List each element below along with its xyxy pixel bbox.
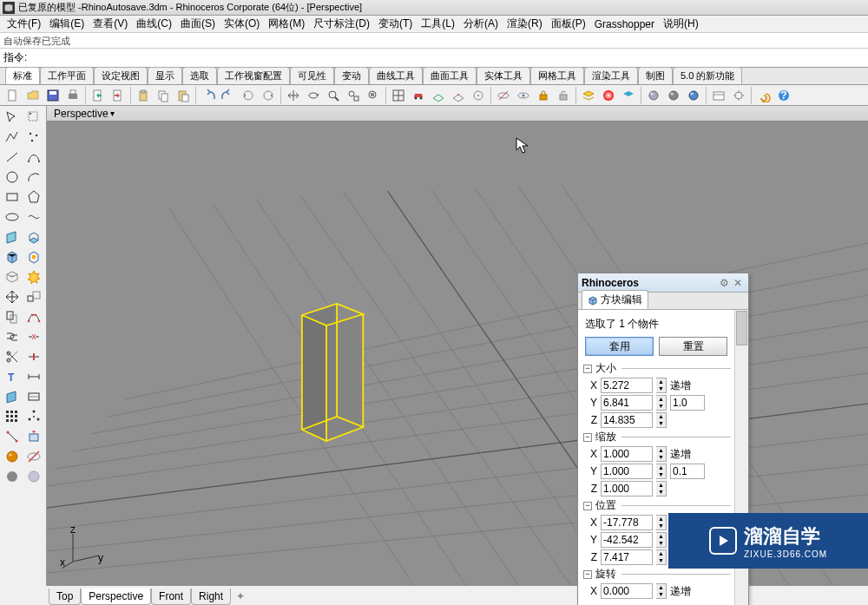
reset-button[interactable]: 重置 [659, 337, 727, 356]
collapse-icon[interactable]: − [583, 502, 592, 510]
material-sphere-icon[interactable] [664, 86, 683, 105]
tab-meshtools[interactable]: 网格工具 [530, 67, 584, 84]
render-sphere-icon[interactable] [684, 86, 703, 105]
tab-transform[interactable]: 变动 [334, 67, 369, 84]
rectangle-icon[interactable] [2, 187, 23, 207]
menu-edit[interactable]: 编辑(E) [46, 16, 88, 32]
viewtab-top[interactable]: Top [49, 589, 81, 605]
select-icon[interactable] [2, 108, 23, 127]
menu-grasshopper[interactable]: Grasshopper [591, 17, 658, 31]
tab-rendertools[interactable]: 渲染工具 [584, 67, 638, 84]
viewtab-perspective[interactable]: Perspective [81, 589, 151, 605]
viewtab-front[interactable]: Front [151, 589, 191, 605]
collapse-icon[interactable]: − [583, 570, 592, 579]
pos-z-input[interactable] [601, 549, 653, 565]
layer-color-icon[interactable] [599, 86, 618, 105]
tab-surftools[interactable]: 曲面工具 [423, 67, 477, 84]
tab-new5[interactable]: 5.0 的新功能 [673, 67, 742, 84]
car-icon[interactable] [409, 86, 428, 105]
tab-standard[interactable]: 标准 [5, 67, 40, 84]
extrude-icon[interactable] [23, 227, 44, 247]
menu-transform[interactable]: 变动(T) [375, 16, 416, 32]
scale-x-input[interactable] [601, 446, 653, 462]
scale-z-input[interactable] [601, 481, 653, 496]
spiral-icon[interactable] [754, 86, 773, 105]
tab-select[interactable]: 选取 [182, 67, 217, 84]
ghosted-icon[interactable] [23, 467, 44, 486]
copy-icon[interactable] [154, 86, 173, 105]
render-preview-icon[interactable] [2, 447, 23, 466]
section-scale[interactable]: −缩放 [583, 430, 731, 444]
split-icon[interactable] [23, 347, 44, 366]
new-icon[interactable] [3, 86, 23, 105]
freeform-icon[interactable] [23, 207, 44, 227]
points-icon[interactable] [23, 128, 44, 147]
make2d-icon[interactable] [23, 387, 44, 406]
text-icon[interactable]: T [2, 367, 23, 386]
named-pos-icon[interactable] [449, 86, 468, 105]
section-size[interactable]: −大小 [583, 361, 731, 376]
snap-icon[interactable] [469, 86, 488, 105]
spinner-icon[interactable]: ▲▼ [656, 378, 667, 393]
control-curve-icon[interactable] [23, 148, 44, 167]
command-input[interactable] [30, 50, 868, 66]
hide-icon[interactable] [494, 86, 513, 105]
explode-icon[interactable] [23, 267, 44, 286]
spinner-icon[interactable]: ▲▼ [656, 532, 667, 548]
properties-sphere-icon[interactable] [644, 86, 663, 105]
section-position[interactable]: −位置 [583, 498, 731, 513]
cplane-icon[interactable] [429, 86, 448, 105]
print-icon[interactable] [63, 86, 82, 105]
size-inc-input[interactable] [670, 395, 705, 411]
spinner-icon[interactable]: ▲▼ [656, 481, 667, 496]
4view-icon[interactable] [389, 86, 408, 105]
menu-render[interactable]: 渲染(R) [503, 16, 546, 32]
rotate-icon[interactable] [304, 86, 323, 105]
scrollbar-thumb[interactable] [736, 311, 747, 345]
transform-icon[interactable] [23, 287, 44, 306]
join-icon[interactable] [2, 327, 23, 346]
show-icon[interactable] [514, 86, 533, 105]
edit-props-icon[interactable] [709, 86, 728, 105]
hide-obj-icon[interactable] [23, 447, 44, 466]
menu-help[interactable]: 说明(H) [660, 16, 702, 32]
lasso-icon[interactable] [23, 108, 44, 127]
line-icon[interactable] [2, 148, 23, 167]
circle-icon[interactable] [2, 168, 23, 187]
help-icon[interactable]: ? [774, 86, 793, 105]
zoom-icon[interactable] [324, 86, 343, 105]
menu-surface[interactable]: 曲面(S) [177, 16, 219, 32]
tab-viewport[interactable]: 工作视窗配置 [217, 67, 290, 84]
menu-file[interactable]: 文件(F) [3, 16, 44, 32]
spinner-icon[interactable]: ▲▼ [656, 515, 667, 530]
viewport-label[interactable]: Perspective ▾ [47, 106, 868, 122]
close-icon[interactable]: ✕ [731, 276, 745, 290]
zoom-extents-icon[interactable] [344, 86, 363, 105]
move-icon[interactable] [2, 287, 23, 306]
menu-solid[interactable]: 实体(O) [220, 16, 263, 32]
edit-solid-icon[interactable] [23, 247, 44, 266]
collapse-icon[interactable]: − [583, 365, 592, 373]
pos-x-input[interactable] [601, 515, 653, 530]
flatshade-icon[interactable] [2, 467, 23, 486]
spinner-icon[interactable]: ▲▼ [656, 549, 667, 565]
size-x-input[interactable] [601, 378, 653, 393]
unlock-icon[interactable] [554, 86, 573, 105]
ellipse-icon[interactable] [2, 207, 23, 227]
menu-tools[interactable]: 工具(L) [418, 16, 458, 32]
section-rotate[interactable]: −旋转 [583, 567, 731, 582]
distance-icon[interactable] [2, 427, 23, 446]
menu-dimension[interactable]: 尺寸标注(D) [310, 16, 373, 32]
surface-edge-icon[interactable] [2, 387, 23, 406]
undo-view-icon[interactable] [239, 86, 258, 105]
pointson-icon[interactable] [23, 307, 44, 326]
box-icon[interactable] [2, 247, 23, 266]
spinner-icon[interactable]: ▲▼ [656, 446, 667, 462]
zoom-selected-icon[interactable] [364, 86, 383, 105]
rot-x-input[interactable] [601, 583, 653, 599]
viewport-menu-icon[interactable]: ▾ [110, 109, 115, 118]
import-icon[interactable] [89, 86, 108, 105]
apply-button[interactable]: 套用 [585, 337, 654, 356]
gear-icon[interactable]: ⚙ [717, 276, 731, 290]
panel-tab-boxedit[interactable]: 方块编辑 [582, 290, 648, 309]
